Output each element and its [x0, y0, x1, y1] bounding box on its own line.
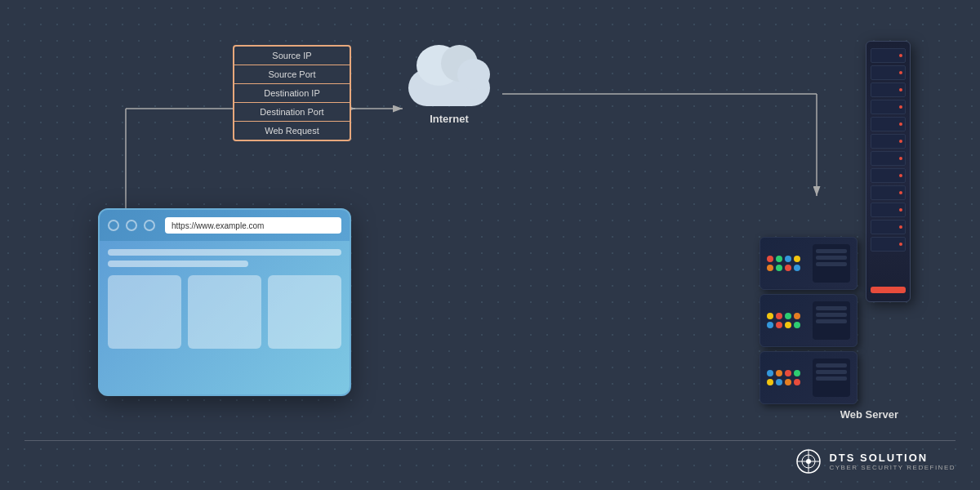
- server-led-11: [899, 225, 902, 229]
- server-unit-1: [871, 48, 906, 63]
- rack-server-2-lights: [767, 313, 808, 328]
- browser-urlbar: https://www.example.com: [165, 217, 341, 234]
- rack-light-3-3: [785, 370, 791, 376]
- browser-dot-3: [144, 220, 155, 231]
- bottom-divider: [24, 440, 956, 441]
- server-unit-9: [871, 185, 906, 200]
- browser-panel-2: [188, 275, 261, 349]
- browser-mockup: https://www.example.com: [98, 208, 351, 396]
- rack-light-1-2: [776, 256, 782, 262]
- rack-bar-1-1: [816, 249, 847, 253]
- rack-light-1-5: [767, 265, 773, 271]
- rack-light-2-4: [794, 313, 800, 319]
- packet-info-box: Source IP Source Port Destination IP Des…: [233, 45, 351, 141]
- tall-server: [866, 41, 911, 302]
- browser-dot-1: [108, 220, 119, 231]
- rack-bar-2-1: [816, 306, 847, 310]
- rack-light-3-8: [794, 379, 800, 385]
- cloud-container: Internet: [400, 49, 498, 125]
- browser-panels: [108, 275, 341, 349]
- server-unit-12: [871, 237, 906, 252]
- rack-light-1-8: [794, 265, 800, 271]
- browser-content-line-1: [108, 249, 341, 256]
- rack-light-3-2: [776, 370, 782, 376]
- browser-content: [100, 241, 350, 357]
- rack-server-2: [760, 294, 858, 347]
- rack-light-2-8: [794, 322, 800, 328]
- logo-title: DTS SOLUTION: [829, 452, 956, 464]
- rack-server-3-body: [813, 359, 850, 397]
- rack-light-1-6: [776, 265, 782, 271]
- rack-light-1-1: [767, 256, 773, 262]
- rack-server-3-lights: [767, 370, 808, 385]
- rack-server-2-body: [813, 301, 850, 340]
- cloud-shape: [400, 49, 498, 106]
- rack-light-3-1: [767, 370, 773, 376]
- rack-server-3: [760, 351, 858, 404]
- rack-bar-2-3: [816, 319, 847, 323]
- rack-bar-1-2: [816, 256, 847, 260]
- logo-subtitle: CYBER SECURITY REDEFINED: [829, 464, 956, 471]
- rack-light-2-5: [767, 322, 773, 328]
- rack-light-2-7: [785, 322, 791, 328]
- browser-content-line-2: [108, 261, 248, 267]
- server-unit-4: [871, 100, 906, 114]
- rack-bar-2-2: [816, 313, 847, 317]
- server-led-3: [899, 88, 902, 91]
- rack-light-2-2: [776, 313, 782, 319]
- server-led-9: [899, 191, 902, 194]
- packet-row-source-ip: Source IP: [234, 47, 350, 65]
- server-power-indicator: [871, 287, 906, 293]
- server-unit-6: [871, 134, 906, 149]
- server-unit-3: [871, 82, 906, 97]
- rack-server-1-lights: [767, 256, 808, 271]
- server-unit-10: [871, 203, 906, 217]
- browser-dot-2: [126, 220, 137, 231]
- server-led-2: [899, 71, 902, 74]
- packet-row-web-request: Web Request: [234, 122, 350, 140]
- rack-bar-1-3: [816, 262, 847, 266]
- server-led-12: [899, 243, 902, 246]
- packet-row-source-port: Source Port: [234, 65, 350, 84]
- rack-light-2-6: [776, 322, 782, 328]
- rack-light-2-1: [767, 313, 773, 319]
- rack-bar-3-2: [816, 370, 847, 374]
- server-unit-2: [871, 65, 906, 80]
- rack-light-2-3: [785, 313, 791, 319]
- rack-light-1-3: [785, 256, 791, 262]
- rack-light-1-7: [785, 265, 791, 271]
- logo-area: DTS SOLUTION CYBER SECURITY REDEFINED: [796, 449, 956, 474]
- packet-row-dest-port: Destination Port: [234, 103, 350, 122]
- server-led-6: [899, 140, 902, 143]
- rack-server-1-body: [813, 244, 850, 283]
- browser-titlebar: https://www.example.com: [100, 210, 350, 241]
- server-led-5: [899, 122, 902, 126]
- server-unit-7: [871, 151, 906, 166]
- server-unit-5: [871, 117, 906, 131]
- servers-stack: [760, 237, 858, 404]
- server-unit-11: [871, 220, 906, 234]
- logo-text: DTS SOLUTION CYBER SECURITY REDEFINED: [829, 452, 956, 471]
- server-led-4: [899, 105, 902, 109]
- server-unit-8: [871, 168, 906, 183]
- cloud-label: Internet: [400, 113, 498, 125]
- browser-panel-3: [268, 275, 341, 349]
- server-led-7: [899, 157, 902, 160]
- rack-light-3-7: [785, 379, 791, 385]
- rack-server-1: [760, 237, 858, 290]
- server-led-1: [899, 54, 902, 57]
- rack-light-1-4: [794, 256, 800, 262]
- server-led-10: [899, 208, 902, 212]
- packet-row-dest-ip: Destination IP: [234, 84, 350, 103]
- web-server-label: Web Server: [840, 408, 898, 421]
- rack-bar-3-3: [816, 376, 847, 381]
- rack-light-3-4: [794, 370, 800, 376]
- dts-logo-icon: [796, 449, 821, 474]
- rack-bar-3-1: [816, 363, 847, 368]
- rack-light-3-6: [776, 379, 782, 385]
- main-container: https://www.example.com Source IP Source…: [0, 0, 980, 490]
- rack-light-3-5: [767, 379, 773, 385]
- cloud-bump3: [457, 59, 490, 90]
- browser-panel-1: [108, 275, 181, 349]
- browser-url-text: https://www.example.com: [172, 221, 264, 230]
